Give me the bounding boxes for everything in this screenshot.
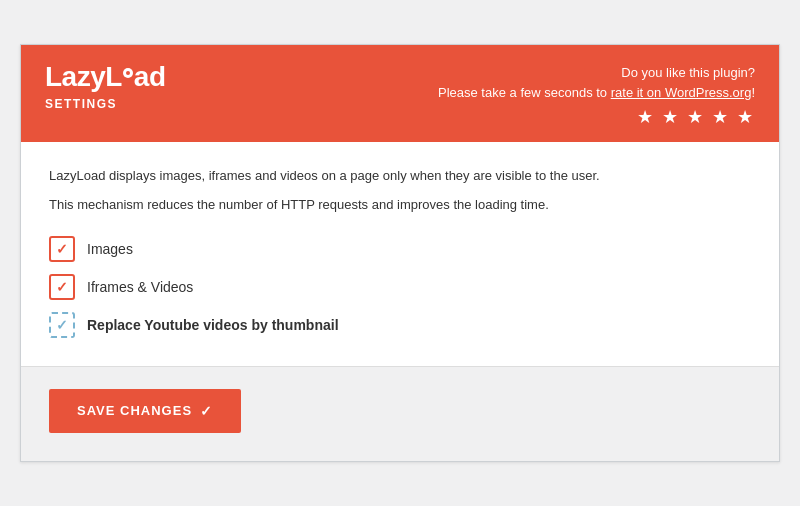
- description-2: This mechanism reduces the number of HTT…: [49, 195, 751, 216]
- option-iframes: ✓ Iframes & Videos: [49, 274, 751, 300]
- checkmark-iframes: ✓: [56, 280, 68, 294]
- option-label-images: Images: [87, 241, 133, 257]
- logo-title: LazyL ad: [45, 63, 166, 91]
- option-label-youtube: Replace Youtube videos by thumbnail: [87, 317, 339, 333]
- plugin-container: LazyL ad SETTINGS Do you like this plugi…: [20, 44, 780, 462]
- option-youtube: ✓ Replace Youtube videos by thumbnail: [49, 312, 751, 338]
- logo-text-before: LazyL: [45, 63, 122, 91]
- header-left: LazyL ad SETTINGS: [45, 63, 166, 111]
- rate-line2-after: !: [751, 85, 755, 100]
- rate-line1: Do you like this plugin?: [621, 65, 755, 80]
- options-list: ✓ Images ✓ Iframes & Videos ✓ Replace Yo…: [49, 236, 751, 366]
- save-checkmark-icon: ✓: [200, 403, 213, 419]
- rate-line2-before: Please take a few seconds to: [438, 85, 611, 100]
- save-button-label: SAVE CHANGES: [77, 403, 192, 418]
- plugin-header: LazyL ad SETTINGS Do you like this plugi…: [21, 45, 779, 142]
- logo-text-after: ad: [134, 63, 166, 91]
- rate-link[interactable]: rate it on WordPress.org: [611, 85, 752, 100]
- checkmark-youtube: ✓: [56, 318, 68, 332]
- stars-rating: ★ ★ ★ ★ ★: [438, 106, 755, 128]
- option-label-iframes: Iframes & Videos: [87, 279, 193, 295]
- logo-dot-icon: [123, 68, 133, 78]
- description-1: LazyLoad displays images, iframes and vi…: [49, 166, 751, 187]
- checkbox-youtube[interactable]: ✓: [49, 312, 75, 338]
- checkbox-images[interactable]: ✓: [49, 236, 75, 262]
- save-changes-button[interactable]: SAVE CHANGES ✓: [49, 389, 241, 433]
- checkmark-images: ✓: [56, 242, 68, 256]
- rate-text: Do you like this plugin? Please take a f…: [438, 63, 755, 102]
- settings-label: SETTINGS: [45, 97, 166, 111]
- option-images: ✓ Images: [49, 236, 751, 262]
- plugin-content: LazyLoad displays images, iframes and vi…: [21, 142, 779, 366]
- plugin-footer: SAVE CHANGES ✓: [21, 366, 779, 461]
- checkbox-iframes[interactable]: ✓: [49, 274, 75, 300]
- header-right: Do you like this plugin? Please take a f…: [438, 63, 755, 128]
